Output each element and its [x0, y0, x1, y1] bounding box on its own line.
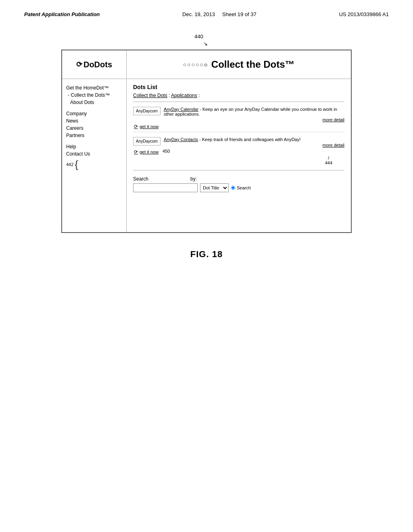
search-section: Search by: Dot Title Author Category Sea…: [133, 174, 344, 192]
screenshot-box: ⟳ DoDots ○○○○○⌾ Collect the Dots™ Get th…: [61, 50, 352, 233]
search-label-row: Search by:: [133, 176, 344, 182]
more-detail-1[interactable]: more detail: [164, 117, 344, 122]
logo: ⟳ DoDots: [76, 60, 112, 69]
app-entry-1: AnyDaycom AnyDay Calendar - Keep an eye …: [133, 104, 344, 132]
header-title-area: ○○○○○⌾ Collect the Dots™: [127, 50, 351, 79]
app-entry-2-top: AnyDaycom AnyDay Contacts - Keep track o…: [133, 137, 344, 148]
top-banner: ⟳ DoDots ○○○○○⌾ Collect the Dots™: [62, 50, 351, 79]
search-btn-label[interactable]: Search: [237, 185, 251, 190]
content-panel: Dots List Collect the Dots : Application…: [127, 79, 351, 232]
label-442-area: 442 {: [66, 159, 122, 170]
divider-1: [133, 102, 344, 102]
get-it-now-1[interactable]: ⟳ get it now: [133, 124, 344, 129]
sidebar-item-company[interactable]: Company: [66, 111, 122, 116]
header-dots-icons: ○○○○○⌾: [183, 61, 208, 68]
app-entry-1-top: AnyDaycom AnyDay Calendar - Keep an eye …: [133, 107, 344, 122]
app-description-1: AnyDay Calendar - Keep an eye on your An…: [164, 107, 344, 122]
sidebar-item-homedt[interactable]: Get the HomeDot™: [66, 85, 122, 91]
breadcrumb: Collect the Dots : Applications :: [133, 93, 344, 98]
header-left: Patent Application Publication: [24, 11, 100, 17]
sidebar-item-collect[interactable]: ◦ Collect the Dots™: [66, 92, 122, 98]
body-area: Get the HomeDot™ ◦ Collect the Dots™ Abo…: [62, 79, 351, 232]
label-444-area: / 444: [133, 156, 344, 165]
header-title: Collect the Dots™: [211, 59, 295, 70]
logo-icon: ⟳: [76, 60, 82, 69]
breadcrumb-sep1: :: [167, 93, 171, 98]
app-badge-2: AnyDaycom: [133, 137, 161, 145]
app-entry-2: AnyDaycom AnyDay Contacts - Keep track o…: [133, 135, 344, 168]
breadcrumb-sep2: :: [197, 93, 200, 98]
search-radio[interactable]: [231, 186, 235, 190]
get-it-now-2[interactable]: ⟳ get it now: [133, 149, 159, 155]
sidebar-item-help[interactable]: Help: [66, 144, 122, 150]
sidebar-item-careers[interactable]: Careers: [66, 125, 122, 131]
app-name-link-1[interactable]: AnyDay Calendar: [164, 107, 198, 112]
header-right: US 2013/0339866 A1: [339, 11, 389, 17]
sidebar-gap-2: [66, 140, 122, 144]
sidebar-item-about[interactable]: About Dots: [66, 100, 122, 105]
sidebar-item-news[interactable]: News: [66, 118, 122, 124]
label-444-inner: / 444: [325, 156, 332, 165]
brace-442: {: [75, 159, 78, 170]
get-it-icon-1: ⟳: [134, 124, 138, 129]
slash-444: /: [328, 156, 329, 160]
main-content: 440 ↘ ⟳ DoDots ○○○○○⌾ Collect the Dots™ …: [0, 21, 413, 272]
sidebar-item-partners[interactable]: Partners: [66, 133, 122, 138]
app-description-2: AnyDay Contacts - Keep track of friends …: [164, 137, 344, 148]
app-name-link-2[interactable]: AnyDay Contacts: [164, 137, 198, 142]
get-it-icon-2: ⟳: [134, 149, 138, 155]
patent-header: Patent Application Publication Dec. 19, …: [0, 0, 413, 21]
search-label: Search: [133, 176, 148, 182]
get-it-now-2-row: ⟳ get it now 450: [133, 148, 344, 155]
more-detail-2[interactable]: more detail: [164, 143, 344, 148]
search-button-wrapper: Search: [231, 185, 251, 190]
get-it-label-2: get it now: [140, 150, 159, 154]
label-440-container: 440 ↘: [61, 33, 352, 50]
dots-list-title: Dots List: [133, 84, 344, 90]
sidebar-item-contact[interactable]: Contact Us: [66, 151, 122, 157]
get-it-label-1: get it now: [140, 124, 159, 129]
by-label: by:: [190, 176, 197, 182]
logo-name: DoDots: [83, 60, 112, 69]
app-badge-1: AnyDaycom: [133, 107, 161, 115]
app-desc-text-2: - Keep track of friends and colleagues w…: [199, 137, 300, 142]
fig-label: FIG. 18: [190, 249, 223, 260]
label-440: 440: [194, 33, 203, 39]
logo-area: ⟳ DoDots: [62, 50, 127, 79]
label-442: 442: [66, 162, 73, 167]
label-444: 444: [325, 160, 332, 165]
arrow-440: ↘: [203, 41, 208, 47]
breadcrumb-link1[interactable]: Collect the Dots: [133, 93, 167, 98]
dot-title-select[interactable]: Dot Title Author Category: [200, 183, 229, 192]
sidebar-gap-1: [66, 107, 122, 111]
header-center: Dec. 19, 2013 Sheet 19 of 37: [182, 11, 257, 17]
label-450: 450: [163, 149, 170, 154]
search-controls: Dot Title Author Category Search: [133, 183, 344, 192]
search-input[interactable]: [133, 183, 198, 192]
breadcrumb-link2[interactable]: Applications: [171, 93, 197, 98]
divider-2: [133, 170, 344, 170]
sidebar: Get the HomeDot™ ◦ Collect the Dots™ Abo…: [62, 79, 127, 232]
